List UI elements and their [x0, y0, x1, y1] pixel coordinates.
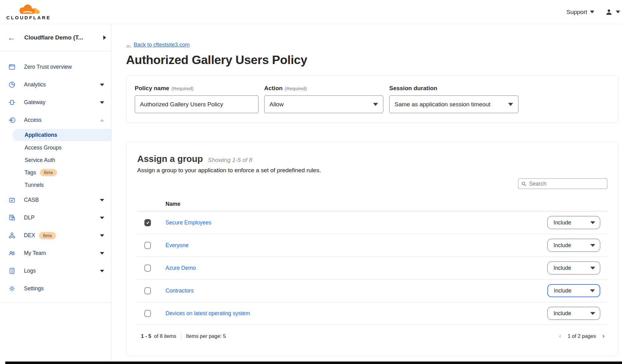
check-icon — [146, 220, 150, 225]
chevron-down-icon — [373, 103, 378, 106]
chevron-down-icon — [100, 101, 104, 104]
main-content: ← Back to cftestsite3.com Authorized Gal… — [111, 24, 622, 362]
team-people-icon — [8, 250, 16, 257]
sidebar-item-label: DEX — [24, 232, 35, 239]
access-login-icon — [8, 117, 16, 124]
sidebar-item-tags[interactable]: Tags Beta — [0, 166, 111, 179]
beta-badge: Beta — [39, 232, 56, 239]
action-select[interactable]: Allow — [264, 95, 383, 113]
pagination-bar: 1 - 5 of 8 items Items per page: 5 ‹ 1 o… — [137, 325, 607, 340]
chevron-down-icon — [100, 234, 104, 237]
sidebar-item-applications[interactable]: Applications — [12, 129, 111, 141]
sidebar-item-gateway[interactable]: Gateway — [0, 94, 111, 111]
group-link[interactable]: Everyone — [166, 242, 189, 249]
include-dropdown[interactable]: Include — [547, 307, 600, 320]
pagination-divider — [181, 332, 181, 340]
sidebar-item-access[interactable]: Access — [0, 111, 111, 129]
sidebar-item-label: Logs — [24, 268, 36, 274]
group-link[interactable]: Secure Employees — [166, 219, 211, 226]
analytics-pie-icon — [8, 81, 16, 89]
gear-icon — [8, 285, 16, 293]
sidebar-item-label: Analytics — [24, 81, 46, 88]
casb-box-check-icon — [8, 196, 16, 204]
chevron-down-icon — [590, 312, 595, 315]
sidebar-item-label: CASB — [24, 197, 39, 203]
account-name[interactable]: Cloudflare Demo (T... — [24, 34, 103, 41]
sidebar-item-label: My Team — [24, 250, 46, 256]
items-per-page: Items per page: 5 — [186, 333, 226, 339]
table-row: Devices on latest operating system Inclu… — [137, 302, 607, 325]
include-dropdown[interactable]: Include — [547, 216, 600, 229]
support-menu[interactable]: Support — [566, 9, 594, 16]
back-to-site-link[interactable]: ← Back to cftestsite3.com — [126, 42, 189, 48]
user-icon — [605, 8, 613, 16]
cloudflare-logo[interactable]: CLOUDFLARE — [5, 4, 52, 20]
previous-page-button[interactable]: ‹ — [559, 333, 562, 339]
chevron-down-icon — [100, 252, 104, 255]
action-selected-value: Allow — [269, 101, 283, 108]
showing-count: Showing 1-5 of 8 — [208, 157, 252, 164]
beta-badge: Beta — [40, 169, 57, 176]
policy-name-label: Policy name(Required) — [135, 85, 259, 92]
row-checkbox[interactable] — [144, 265, 151, 272]
assign-group-card: Assign a group Showing 1-5 of 8 Assign a… — [126, 142, 618, 356]
user-account-menu[interactable] — [605, 8, 620, 16]
group-link[interactable]: Azure Demo — [166, 265, 196, 271]
policy-name-field-wrap — [135, 95, 259, 113]
include-dropdown[interactable]: Include — [547, 261, 600, 274]
sidebar-item-label: Access — [24, 117, 41, 123]
search-input[interactable] — [529, 181, 604, 187]
group-link[interactable]: Devices on latest operating system — [166, 310, 250, 317]
group-link[interactable]: Contractors — [166, 288, 194, 294]
sidebar-item-service-auth[interactable]: Service Auth — [0, 154, 111, 166]
sidebar-item-label: Zero Trust overview — [24, 64, 72, 70]
chevron-down-icon — [590, 244, 595, 247]
chevron-up-icon — [100, 119, 104, 122]
row-checkbox-checked[interactable] — [144, 219, 151, 226]
sidebar-item-tunnels[interactable]: Tunnels — [0, 179, 111, 191]
row-checkbox[interactable] — [144, 310, 151, 317]
sidebar-item-dlp[interactable]: DLP — [0, 209, 111, 227]
back-arrow-icon[interactable]: ← — [7, 34, 16, 42]
include-dropdown-focused[interactable]: Include — [547, 284, 600, 297]
assign-group-heading: Assign a group — [137, 154, 203, 164]
expand-account-icon[interactable] — [103, 35, 106, 40]
sidebar-nav: Zero Trust overview Analytics Gateway — [0, 51, 111, 303]
sidebar-item-label: Gateway — [24, 99, 45, 106]
group-search-box — [518, 178, 607, 189]
table-row: Azure Demo Include — [137, 257, 607, 279]
row-checkbox[interactable] — [144, 242, 151, 249]
table-row: Secure Employees Include — [137, 211, 607, 234]
chevron-down-icon — [100, 199, 104, 201]
sidebar-item-analytics[interactable]: Analytics — [0, 76, 111, 94]
sidebar-item-my-team[interactable]: My Team — [0, 244, 111, 262]
include-selected-value: Include — [554, 219, 571, 226]
sidebar-item-dex[interactable]: DEX Beta — [0, 227, 111, 244]
search-icon — [521, 181, 526, 187]
policy-name-input[interactable] — [140, 101, 253, 108]
table-row: Everyone Include — [137, 234, 607, 257]
sidebar-item-access-groups[interactable]: Access Groups — [0, 141, 111, 154]
sidebar-subitem-label: Access Groups — [25, 145, 62, 151]
session-duration-select[interactable]: Same as application session timeout — [389, 95, 518, 113]
chevron-down-icon — [508, 103, 513, 106]
chevron-down-icon — [616, 11, 620, 13]
sidebar-item-logs[interactable]: Logs — [0, 262, 111, 280]
support-label: Support — [566, 9, 587, 16]
page-status: 1 of 2 pages — [568, 333, 596, 339]
assign-group-description: Assign a group to your application to en… — [137, 167, 607, 174]
sidebar-item-label: Settings — [24, 285, 44, 292]
chevron-down-icon — [590, 267, 595, 270]
row-checkbox[interactable] — [144, 287, 151, 294]
sidebar-item-casb[interactable]: CASB — [0, 191, 111, 209]
dlp-document-lock-icon — [8, 214, 16, 222]
include-dropdown[interactable]: Include — [547, 239, 600, 252]
next-page-button[interactable]: › — [602, 333, 605, 339]
sidebar-item-settings[interactable]: Settings — [0, 280, 111, 297]
include-selected-value: Include — [554, 265, 571, 271]
sidebar-item-zero-trust-overview[interactable]: Zero Trust overview — [0, 58, 111, 76]
session-duration-label: Session duration — [389, 85, 518, 92]
policy-form-card: Policy name(Required) Action(Required) A… — [126, 75, 618, 123]
required-hint: (Required) — [171, 86, 194, 91]
include-selected-value: Include — [554, 242, 571, 249]
